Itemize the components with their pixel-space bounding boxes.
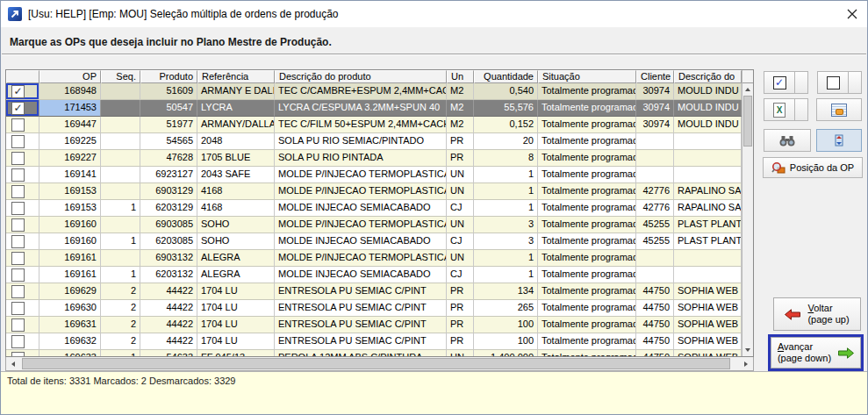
vertical-scroll-thumb[interactable] — [743, 96, 752, 147]
column-header-op[interactable]: OP — [39, 70, 101, 83]
unchecked-row-checkbox[interactable] — [11, 118, 25, 132]
scroll-left-button[interactable] — [6, 357, 20, 370]
cell-op: 169633 — [39, 350, 101, 356]
table-row[interactable]: 169227476281705 BLUESOLA PU RIO PINTADAP… — [6, 150, 742, 167]
row-select-cell[interactable] — [6, 167, 39, 183]
cell-seq: 2 — [101, 317, 140, 333]
horizontal-scroll-track[interactable] — [20, 357, 739, 370]
scroll-right-button[interactable] — [739, 357, 753, 370]
unchecked-row-checkbox[interactable] — [11, 268, 25, 282]
column-header-descricao[interactable]: Descrição do produto — [275, 70, 447, 83]
cell-descricao: MOLDE P/INJECAO TERMOPLASTICA — [275, 250, 447, 267]
table-row[interactable]: 1696302444221704 LUENTRESOLA PU SEMIAC C… — [6, 300, 742, 317]
unchecked-row-checkbox[interactable] — [11, 252, 25, 265]
voltar-label: Voltar — [807, 303, 849, 314]
row-select-cell[interactable] — [6, 100, 39, 117]
vertical-scroll-track[interactable] — [742, 96, 753, 344]
row-select-cell[interactable] — [6, 250, 39, 267]
export-excel-dropdown[interactable] — [794, 98, 808, 121]
vertical-scrollbar[interactable] — [742, 70, 753, 356]
unchecked-row-checkbox[interactable] — [11, 218, 25, 232]
unchecked-row-checkbox[interactable] — [11, 352, 25, 357]
row-select-cell[interactable] — [6, 133, 39, 150]
row-select-cell[interactable] — [6, 300, 39, 317]
checked-row-checkbox[interactable] — [11, 102, 25, 115]
unchecked-row-checkbox[interactable] — [11, 152, 25, 165]
column-header-quantidade[interactable]: Quantidade — [474, 70, 538, 83]
table-row[interactable]: 169153162031294168MOLDE INJECAO SEMIACAB… — [6, 200, 742, 217]
search-button[interactable] — [764, 129, 811, 152]
column-header-check[interactable] — [6, 70, 39, 83]
unchecked-row-checkbox[interactable] — [11, 285, 25, 298]
unchecked-row-checkbox[interactable] — [11, 135, 25, 148]
cell-quantidade: 1.400,000 — [474, 350, 538, 356]
column-header-situacao[interactable]: Situação — [538, 70, 636, 83]
column-header-descricao_cliente[interactable]: Descrição do — [674, 70, 742, 83]
uncheck-all-button[interactable] — [817, 71, 849, 94]
table-row[interactable]: 1696312444221704 LUENTRESOLA PU SEMIAC C… — [6, 317, 742, 333]
scroll-down-button[interactable] — [742, 344, 753, 356]
table-row[interactable]: 16944751977ARMANY/DALLAS/GR1 BOTEC C/FIL… — [6, 117, 742, 133]
checked-row-checkbox[interactable] — [11, 85, 25, 98]
column-header-cliente[interactable]: Cliente — [636, 70, 674, 83]
cell-op: 169160 — [39, 217, 101, 233]
row-select-cell[interactable] — [6, 283, 39, 300]
unchecked-row-checkbox[interactable] — [11, 202, 25, 215]
main-content: OPSeq.ProdutoReferênciaDescrição do prod… — [1, 55, 867, 371]
table-row[interactable]: 169225545652048SOLA PU RIO SEMIAC/PINTAD… — [6, 133, 742, 150]
checked-checkbox-icon — [773, 76, 786, 89]
table-row[interactable]: 16894851609ARMANY E DALLASTEC C/CAMBRE+E… — [6, 83, 742, 100]
row-select-cell[interactable] — [6, 83, 39, 100]
cell-un: UN — [447, 250, 474, 267]
grid-report-button[interactable] — [816, 98, 862, 121]
row-select-cell[interactable] — [6, 267, 39, 283]
horizontal-scrollbar[interactable] — [5, 357, 754, 371]
row-select-cell[interactable] — [6, 317, 39, 333]
cell-produto: 54633 — [140, 350, 197, 356]
check-all-button[interactable] — [764, 71, 795, 94]
table-row[interactable]: 16916016203085SOHOMOLDE INJECAO SEMIACAB… — [6, 233, 742, 250]
avancar-button[interactable]: Avançar (page down) — [771, 337, 861, 368]
horizontal-scroll-thumb[interactable] — [22, 358, 730, 369]
table-row[interactable]: 16916116203132ALEGRAMOLDE INJECAO SEMIAC… — [6, 267, 742, 283]
row-select-cell[interactable] — [6, 217, 39, 233]
posicao-da-op-button[interactable]: Posição da OP — [763, 157, 863, 178]
row-select-cell[interactable] — [6, 233, 39, 250]
row-select-cell[interactable] — [6, 150, 39, 167]
scroll-up-button[interactable] — [742, 83, 753, 96]
row-select-cell[interactable] — [6, 200, 39, 217]
unchecked-row-checkbox[interactable] — [11, 185, 25, 198]
unchecked-row-checkbox[interactable] — [11, 318, 25, 332]
check-all-dropdown[interactable] — [794, 71, 808, 94]
table-row[interactable]: 1691616903132ALEGRAMOLDE P/INJECAO TERMO… — [6, 250, 742, 267]
table-row[interactable]: 169633154633FF 945/13PEROLA 12MM ABS C/P… — [6, 350, 742, 356]
cell-un: UN — [447, 217, 474, 233]
cell-un: UN — [447, 167, 474, 183]
unchecked-row-checkbox[interactable] — [11, 302, 25, 315]
table-row[interactable]: 1696292444221704 LUENTRESOLA PU SEMIAC C… — [6, 283, 742, 300]
column-header-un[interactable]: Un — [447, 70, 474, 83]
row-select-cell[interactable] — [6, 117, 39, 133]
table-row[interactable]: 17145350547LYCRALYCRA C/ESPUMA 3.2MM+SPU… — [6, 100, 742, 117]
row-select-cell[interactable] — [6, 333, 39, 350]
table-row[interactable]: 1696322444221704 LUENTRESOLA PU SEMIAC C… — [6, 333, 742, 350]
row-select-cell[interactable] — [6, 183, 39, 200]
voltar-button[interactable]: Voltar (page up) — [773, 297, 861, 331]
table-row[interactable]: 1691606903085SOHOMOLDE P/INJECAO TERMOPL… — [6, 217, 742, 233]
table-row[interactable]: 16914169231272043 SAFEMOLDE P/INJECAO TE… — [6, 167, 742, 183]
cell-un: CJ — [447, 200, 474, 217]
uncheck-all-dropdown[interactable] — [848, 71, 862, 94]
column-header-seq[interactable]: Seq. — [101, 70, 140, 83]
unchecked-row-checkbox[interactable] — [11, 168, 25, 182]
unchecked-row-checkbox[interactable] — [11, 235, 25, 248]
voltar-sublabel: (page up) — [807, 314, 849, 326]
table-row[interactable]: 16915369031294168MOLDE P/INJECAO TERMOPL… — [6, 183, 742, 200]
column-header-referencia[interactable]: Referência — [197, 70, 275, 83]
unchecked-row-checkbox[interactable] — [11, 335, 25, 348]
scroll-left-icon — [11, 361, 15, 367]
sort-order-button[interactable] — [816, 129, 862, 152]
close-button[interactable] — [837, 1, 867, 27]
export-excel-button[interactable] — [764, 98, 795, 121]
row-select-cell[interactable] — [6, 350, 39, 356]
column-header-produto[interactable]: Produto — [140, 70, 197, 83]
